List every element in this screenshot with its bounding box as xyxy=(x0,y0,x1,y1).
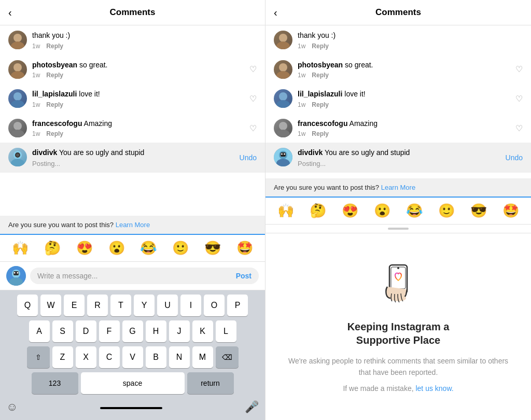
emoji-wow[interactable]: 😮 xyxy=(108,240,125,256)
key-h[interactable]: H xyxy=(146,320,166,342)
key-u[interactable]: U xyxy=(157,295,178,316)
microphone-icon[interactable]: 🎤 xyxy=(245,400,259,414)
message-input-box[interactable]: Write a message... Post xyxy=(30,268,259,284)
svg-point-3 xyxy=(11,71,24,79)
right-learn-more-link[interactable]: Learn More xyxy=(381,184,415,191)
reply-button[interactable]: Reply xyxy=(46,101,63,108)
key-z[interactable]: Z xyxy=(52,346,73,368)
key-w[interactable]: W xyxy=(40,295,61,316)
key-t[interactable]: T xyxy=(110,295,131,316)
key-n[interactable]: N xyxy=(169,346,190,368)
key-s[interactable]: S xyxy=(52,320,73,342)
key-return[interactable]: return xyxy=(187,372,234,394)
key-o[interactable]: O xyxy=(204,295,225,316)
reply-button[interactable]: Reply xyxy=(46,43,63,50)
emoji-star-eyes[interactable]: 🤩 xyxy=(236,240,253,256)
undo-button[interactable]: Undo xyxy=(240,153,257,162)
key-m[interactable]: M xyxy=(192,346,213,368)
reply-button[interactable]: Reply xyxy=(312,72,329,79)
key-c[interactable]: C xyxy=(99,346,120,368)
emoji-laugh[interactable]: 😂 xyxy=(140,240,157,256)
key-y[interactable]: Y xyxy=(134,295,155,316)
key-x[interactable]: X xyxy=(76,346,96,368)
key-p[interactable]: P xyxy=(227,295,248,316)
undo-button[interactable]: Undo xyxy=(506,153,523,162)
key-v[interactable]: V xyxy=(122,346,143,368)
emoji-think[interactable]: 🤔 xyxy=(44,240,61,256)
reply-button[interactable]: Reply xyxy=(312,101,329,108)
key-d[interactable]: D xyxy=(76,320,96,342)
svg-point-21 xyxy=(276,71,290,79)
keyboard: Q W E R T Y U I O P A S D F G H J K L ⇧ … xyxy=(0,290,265,420)
reply-button[interactable]: Reply xyxy=(46,130,63,137)
emoji-cool[interactable]: 😎 xyxy=(470,203,487,219)
svg-point-24 xyxy=(279,122,287,130)
heart-icon[interactable]: ♡ xyxy=(249,64,257,74)
emoji-wow[interactable]: 😮 xyxy=(374,203,390,219)
learn-more-link[interactable]: Learn More xyxy=(116,221,150,229)
heart-icon[interactable]: ♡ xyxy=(515,64,523,74)
emoji-clap[interactable]: 🙌 xyxy=(12,240,29,256)
right-info-description: We're asking people to rethink comments … xyxy=(286,355,510,379)
let-us-know-link[interactable]: let us know. xyxy=(415,384,453,393)
emoji-laugh[interactable]: 😂 xyxy=(406,203,423,219)
right-comments-list: thank you :) 1w Reply photosbyean so gre… xyxy=(266,25,531,178)
key-j[interactable]: J xyxy=(169,320,190,342)
key-e[interactable]: E xyxy=(64,295,85,316)
right-back-button[interactable]: ‹ xyxy=(274,7,277,19)
phone-illustration xyxy=(375,261,422,307)
comment-body: lil_lapislazuli love it! 1w Reply xyxy=(32,89,244,108)
keyboard-row-bottom: 123 space return xyxy=(2,372,263,394)
key-123[interactable]: 123 xyxy=(32,372,78,394)
svg-point-18 xyxy=(279,34,287,42)
left-comments-list: thank you :) 1w Reply photosbyean so gre… xyxy=(0,25,265,216)
reply-button[interactable]: Reply xyxy=(312,43,329,50)
comment-body: francescofogu Amazing 1w Reply xyxy=(298,119,510,138)
key-r[interactable]: R xyxy=(87,295,108,316)
key-f[interactable]: F xyxy=(99,320,120,342)
heart-icon[interactable]: ♡ xyxy=(249,123,257,133)
emoji-clap[interactable]: 🙌 xyxy=(277,203,294,219)
emoji-smile[interactable]: 🙂 xyxy=(438,203,455,219)
key-i[interactable]: I xyxy=(180,295,201,316)
reply-button[interactable]: Reply xyxy=(46,72,63,79)
emoji-keyboard-icon[interactable]: ☺ xyxy=(6,400,18,414)
message-input-row: Write a message... Post xyxy=(0,262,265,290)
emoji-smile[interactable]: 🙂 xyxy=(172,240,189,256)
key-b[interactable]: B xyxy=(146,346,166,368)
comment-text: thank you :) xyxy=(32,31,257,41)
comment-body: photosbyean so great. 1w Reply xyxy=(298,60,510,79)
post-button[interactable]: Post xyxy=(236,272,251,280)
right-emoji-row: 🙌 🤔 😍 😮 😂 🙂 😎 🤩 xyxy=(266,198,531,225)
left-panel: ‹ Comments thank you :) 1w Reply photos xyxy=(0,0,266,420)
svg-point-2 xyxy=(13,63,22,72)
emoji-heart-eyes[interactable]: 😍 xyxy=(76,240,93,256)
key-g[interactable]: G xyxy=(122,320,143,342)
reply-button[interactable]: Reply xyxy=(312,130,329,137)
svg-point-11 xyxy=(16,153,19,157)
key-l[interactable]: L xyxy=(216,320,236,342)
comment-time: 1w xyxy=(32,101,40,108)
key-shift[interactable]: ⇧ xyxy=(27,346,50,368)
heart-icon[interactable]: ♡ xyxy=(515,94,523,104)
key-backspace[interactable]: ⌫ xyxy=(216,346,239,368)
left-back-button[interactable]: ‹ xyxy=(8,7,12,19)
emoji-think[interactable]: 🤔 xyxy=(310,203,326,219)
heart-icon[interactable]: ♡ xyxy=(249,94,257,104)
comment-item-posting: divdivk You are so ugly and stupid Posti… xyxy=(0,143,265,173)
avatar xyxy=(8,148,27,166)
key-k[interactable]: K xyxy=(192,320,213,342)
right-warning-text: Are you sure you want to post this? xyxy=(274,184,381,191)
emoji-cool[interactable]: 😎 xyxy=(204,240,221,256)
key-a[interactable]: A xyxy=(29,320,50,342)
emoji-heart-eyes[interactable]: 😍 xyxy=(342,203,358,219)
right-comments-header: ‹ Comments xyxy=(266,0,531,25)
emoji-star-eyes[interactable]: 🤩 xyxy=(502,203,519,219)
heart-icon[interactable]: ♡ xyxy=(515,123,523,133)
comment-time: 1w xyxy=(298,101,305,108)
left-comments-header: ‹ Comments xyxy=(0,0,265,25)
key-space[interactable]: space xyxy=(81,372,185,394)
comment-time: 1w xyxy=(298,72,305,79)
key-q[interactable]: Q xyxy=(17,295,38,316)
svg-point-17 xyxy=(17,272,19,274)
